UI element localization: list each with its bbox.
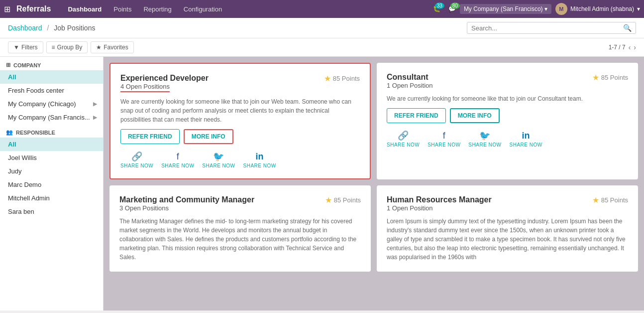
card4-star-icon: ★ bbox=[592, 195, 599, 205]
card2-more-info-button[interactable]: MORE INFO bbox=[450, 108, 500, 123]
search-icon: 🔍 bbox=[623, 24, 632, 32]
card3-positions-text: 3 Open Positions bbox=[119, 204, 169, 212]
card2-tw-icon: 🐦 bbox=[479, 130, 490, 141]
next-page-button[interactable]: › bbox=[634, 43, 636, 51]
card2-description: We are currently looking for someone lik… bbox=[387, 94, 628, 103]
card2-share-row: 🔗 SHARE NOW f SHARE NOW 🐦 SHARE NOW in S… bbox=[387, 130, 628, 148]
card1-more-info-button[interactable]: MORE INFO bbox=[184, 129, 233, 144]
top-navigation: ⊞ Referrals Dashboard Points Reporting C… bbox=[0, 0, 644, 18]
card1-tw-label: SHARE NOW bbox=[202, 163, 235, 168]
responsible-section-label: 👥 RESPONSIBLE bbox=[0, 124, 103, 138]
card2-li-icon: in bbox=[522, 131, 530, 141]
card4-positions-text: 1 Open Position bbox=[387, 204, 433, 212]
sidebar-item-company-all[interactable]: All bbox=[0, 70, 103, 84]
card1-share-twitter[interactable]: 🐦 SHARE NOW bbox=[202, 151, 235, 168]
card1-share-facebook[interactable]: f SHARE NOW bbox=[161, 152, 194, 168]
card2-tw-label: SHARE NOW bbox=[468, 142, 501, 148]
company-section-title: COMPANY bbox=[13, 62, 41, 68]
card2-link-icon: 🔗 bbox=[398, 130, 409, 141]
card4-description: Lorem Ipsum is simply dummy text of the … bbox=[387, 217, 628, 262]
card2-share-twitter[interactable]: 🐦 SHARE NOW bbox=[468, 130, 501, 148]
sidebar-marc-label: Marc Demo bbox=[8, 181, 41, 188]
apps-icon[interactable]: ⊞ bbox=[4, 4, 10, 14]
sidebar-item-san-francisco[interactable]: My Company (San Francis... ▶ bbox=[0, 111, 103, 124]
sidebar-item-responsible-all[interactable]: All bbox=[0, 138, 103, 151]
card1-refer-button[interactable]: REFER FRIEND bbox=[120, 129, 180, 144]
card1-li-icon: in bbox=[256, 152, 264, 162]
company-section-label: ⊞ COMPANY bbox=[0, 57, 103, 70]
card2-title: Consultant bbox=[387, 73, 433, 82]
card3-points: 85 Points bbox=[334, 196, 361, 204]
job-card-hr-manager: Human Resources Manager 1 Open Position … bbox=[377, 185, 638, 272]
company-selector[interactable]: My Company (San Francisco) ▾ bbox=[460, 4, 551, 14]
sidebar-item-marc[interactable]: Marc Demo bbox=[0, 178, 103, 191]
filter-bar: ▼ Filters ≡ Group By ★ Favorites 1-7 / 7… bbox=[0, 38, 644, 57]
card2-header: Consultant 1 Open Position ★ 85 Points bbox=[387, 73, 628, 89]
card1-points: 85 Points bbox=[333, 75, 360, 82]
card3-description: The Marketing Manager defines the mid- t… bbox=[119, 217, 361, 262]
sidebar-item-mitchell[interactable]: Mitchell Admin bbox=[0, 191, 103, 205]
card2-action-buttons: REFER FRIEND MORE INFO bbox=[387, 108, 628, 123]
favorites-button[interactable]: ★ Favorites bbox=[91, 41, 133, 53]
card1-fb-icon: f bbox=[177, 152, 179, 162]
sidebar-sf-label: My Company (San Francis... bbox=[8, 114, 90, 121]
card1-li-label: SHARE NOW bbox=[243, 163, 276, 168]
favorites-icon: ★ bbox=[96, 44, 102, 51]
card2-share-linkedin[interactable]: in SHARE NOW bbox=[510, 131, 542, 148]
card4-points-badge: ★ 85 Points bbox=[592, 195, 628, 205]
card1-header: Experienced Developer 4 Open Positions ★… bbox=[120, 74, 360, 92]
user-name: Mitchell Admin (shabna) bbox=[570, 5, 634, 12]
bug-badge: 33 bbox=[435, 2, 444, 9]
breadcrumb: Dashboard / Job Positions bbox=[8, 24, 467, 32]
company-section-icon: ⊞ bbox=[6, 62, 10, 68]
sidebar-item-joel[interactable]: Joel Willis bbox=[0, 151, 103, 164]
filters-label: Filters bbox=[21, 44, 38, 51]
card1-link-label: SHARE NOW bbox=[120, 163, 153, 168]
nav-configuration[interactable]: Configuration bbox=[179, 2, 227, 16]
sidebar-item-judy[interactable]: Judy bbox=[0, 164, 103, 178]
sidebar-judy-label: Judy bbox=[8, 167, 21, 175]
nav-dashboard[interactable]: Dashboard bbox=[63, 2, 107, 16]
card1-positions-text: 4 Open Positions bbox=[120, 83, 170, 92]
card3-star-icon: ★ bbox=[325, 195, 332, 205]
sidebar-fresh-foods-label: Fresh Foods center bbox=[8, 87, 64, 94]
nav-reporting[interactable]: Reporting bbox=[138, 2, 176, 16]
favorites-label: Favorites bbox=[104, 44, 128, 51]
nav-points[interactable]: Points bbox=[108, 2, 136, 16]
breadcrumb-separator: / bbox=[47, 24, 49, 32]
search-bar: 🔍 bbox=[467, 22, 636, 34]
sidebar: ⊞ COMPANY All Fresh Foods center My Comp… bbox=[0, 57, 104, 311]
card2-refer-button[interactable]: REFER FRIEND bbox=[387, 108, 446, 123]
card4-positions: 1 Open Position bbox=[387, 204, 492, 212]
card2-fb-label: SHARE NOW bbox=[428, 142, 460, 148]
chat-icon-container[interactable]: 💬 80 bbox=[448, 5, 456, 12]
card3-points-badge: ★ 85 Points bbox=[325, 195, 361, 205]
card2-points-badge: ★ 85 Points bbox=[592, 73, 628, 82]
card1-fb-label: SHARE NOW bbox=[161, 163, 194, 168]
search-input[interactable] bbox=[471, 24, 623, 32]
prev-page-button[interactable]: ‹ bbox=[629, 43, 631, 51]
card1-description: We are currently looking for someone lik… bbox=[120, 97, 360, 124]
card3-header: Marketing and Community Manager 3 Open P… bbox=[119, 195, 361, 212]
card2-li-label: SHARE NOW bbox=[510, 142, 542, 148]
sidebar-item-chicago[interactable]: My Company (Chicago) ▶ bbox=[0, 97, 103, 111]
card2-share-facebook[interactable]: f SHARE NOW bbox=[428, 131, 460, 148]
groupby-button[interactable]: ≡ Group By bbox=[46, 41, 88, 53]
user-selector[interactable]: M Mitchell Admin (shabna) ▾ bbox=[555, 3, 640, 15]
card1-link-icon: 🔗 bbox=[131, 151, 142, 162]
card2-star-icon: ★ bbox=[592, 73, 599, 82]
card2-positions-text: 1 Open Position bbox=[387, 82, 433, 89]
bug-icon-container[interactable]: 🐛 33 bbox=[433, 5, 440, 12]
breadcrumb-dashboard[interactable]: Dashboard bbox=[8, 24, 42, 32]
sidebar-responsible-all-label: All bbox=[8, 141, 16, 148]
card1-share-link[interactable]: 🔗 SHARE NOW bbox=[120, 151, 153, 168]
responsible-section-icon: 👥 bbox=[6, 129, 13, 136]
filter-icon: ▼ bbox=[13, 44, 19, 51]
card4-header: Human Resources Manager 1 Open Position … bbox=[387, 195, 628, 212]
sidebar-item-fresh-foods[interactable]: Fresh Foods center bbox=[0, 84, 103, 97]
card1-share-linkedin[interactable]: in SHARE NOW bbox=[243, 152, 276, 168]
filters-button[interactable]: ▼ Filters bbox=[8, 41, 43, 53]
sidebar-item-sara[interactable]: Sara ben bbox=[0, 205, 103, 218]
left-filters: ▼ Filters ≡ Group By ★ Favorites bbox=[8, 41, 134, 53]
card2-share-link[interactable]: 🔗 SHARE NOW bbox=[387, 130, 420, 148]
